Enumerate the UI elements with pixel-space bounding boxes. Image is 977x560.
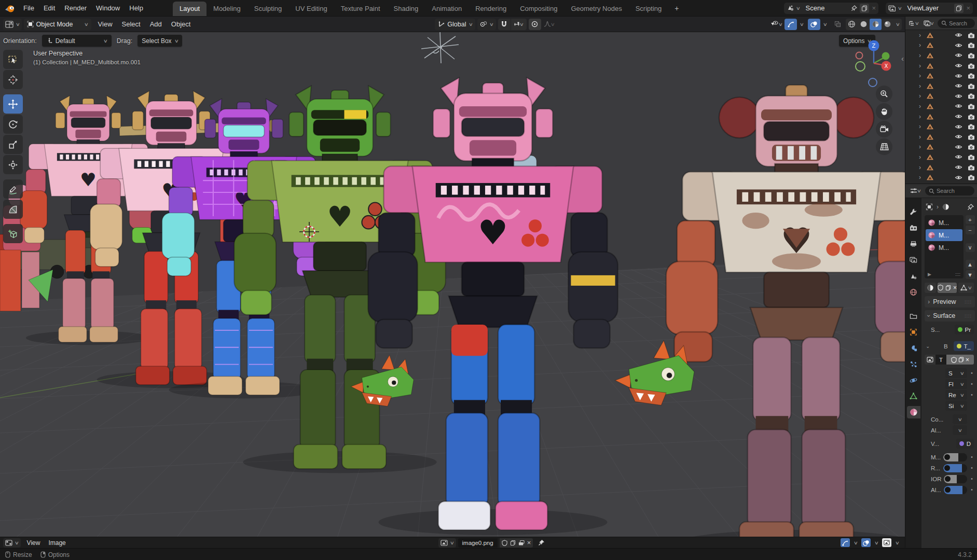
expand-icon[interactable]: › [919,62,924,69]
pin-image-icon[interactable] [538,539,545,546]
disable-render-icon[interactable] [968,103,975,109]
3d-viewport[interactable]: ♥♥♥♥♥♥ Orientation: Default ∨ Drag: Sele… [0,32,905,537]
tool-annotate-button[interactable] [3,179,23,199]
properties-search-input[interactable]: Search [925,186,974,195]
new-scene-icon[interactable] [860,4,869,13]
menu-help[interactable]: Help [125,3,148,13]
snap-toggle[interactable] [498,19,511,30]
option-dropdown-s[interactable]: S∨ [945,368,967,378]
image-overlays-dropdown[interactable]: ∨ [872,538,881,547]
hide-eye-icon[interactable] [955,43,962,48]
expand-icon[interactable]: › [919,164,924,171]
hide-eye-icon[interactable] [955,73,962,79]
hide-eye-icon[interactable] [955,63,962,68]
surface-shader-button[interactable]: Pr [955,325,974,334]
properties-tab-render[interactable] [907,221,920,234]
properties-editor-type-button[interactable]: ∨ [908,188,923,194]
preview-panel-header[interactable]: › Preview :::: [925,296,975,307]
option-dropdown-si[interactable]: Si∨ [945,401,967,411]
pin-icon[interactable] [851,5,857,11]
image-user-cluster[interactable]: × [946,355,974,365]
tool-move-button[interactable] [3,94,23,114]
disable-render-icon[interactable] [968,134,975,140]
properties-tab-physics[interactable] [907,374,920,386]
expand-icon[interactable]: › [919,113,924,120]
expand-icon[interactable]: › [919,72,924,79]
image-overlays-toggle[interactable] [861,538,871,547]
image-display-channels-button[interactable] [882,538,891,547]
outliner-row[interactable]: › [919,40,977,51]
disable-render-icon[interactable] [968,164,975,171]
material-slot-selected[interactable]: M... [926,229,962,241]
tab-uv-editing[interactable]: UV Editing [288,2,334,16]
material-slot[interactable]: M... [926,242,962,254]
hide-eye-icon[interactable] [955,154,962,160]
outliner-row[interactable]: › [919,50,977,61]
disable-render-icon[interactable] [968,114,975,120]
disable-render-icon[interactable] [968,123,975,130]
value-slider[interactable] [944,486,968,494]
pan-button[interactable] [876,103,892,120]
hide-eye-icon[interactable] [955,93,962,99]
snap-settings-dropdown[interactable]: ∨ [511,19,527,30]
expand-icon[interactable]: › [919,153,924,161]
overlays-toggle[interactable] [808,19,820,30]
value-slider[interactable] [943,464,967,472]
gizmos-toggle[interactable] [785,19,797,30]
move-slot-up-button[interactable]: ▲ [966,260,975,269]
expand-icon[interactable]: › [919,82,924,90]
disable-render-icon[interactable] [968,32,975,38]
tab-scripting[interactable]: Scripting [629,2,669,16]
show-object-types-dropdown[interactable]: ∨ [770,19,782,30]
outliner-row[interactable]: › [919,132,977,142]
menu-edit[interactable]: Edit [39,3,60,13]
outliner-search-input[interactable]: Search [938,19,975,28]
tool-measure-button[interactable] [3,200,23,219]
hide-eye-icon[interactable] [955,175,962,180]
disable-render-icon[interactable] [968,144,975,150]
properties-tab-output[interactable] [907,237,920,250]
properties-tab-particles[interactable] [907,358,920,370]
editor-type-button[interactable]: ∨ [3,19,22,30]
tool-add-cube-button[interactable] [3,224,23,243]
menu-window[interactable]: Window [91,3,125,13]
base-color-texture-button[interactable]: T_ [954,341,974,351]
tool-scale-button[interactable] [3,135,23,154]
dropdown-button[interactable]: ∨ [953,425,967,435]
menu-file[interactable]: File [19,3,39,13]
expand-icon[interactable]: › [919,133,924,141]
properties-tab-scene[interactable] [907,270,920,282]
value-slider[interactable] [944,475,967,483]
outliner-row[interactable]: › [919,172,977,183]
hide-eye-icon[interactable] [955,134,962,139]
image-menu-view[interactable]: View [23,538,45,548]
tab-sculpting[interactable]: Sculpting [247,2,288,16]
expand-icon[interactable]: › [919,143,924,150]
hide-eye-icon[interactable] [955,103,962,109]
unlink-scene-icon[interactable]: × [872,4,876,12]
xray-toggle[interactable] [831,19,844,30]
add-material-slot-button[interactable]: + [966,215,975,224]
hide-eye-icon[interactable] [955,32,962,38]
browse-material-button[interactable] [925,283,936,293]
outliner-row[interactable]: › [919,61,977,71]
image-name-field[interactable]: image0.png [458,538,498,548]
unlink-image-icon[interactable]: × [527,539,531,547]
image-browse-button[interactable]: ∨ [438,538,456,548]
image-name-value[interactable]: T [935,355,946,365]
hide-eye-icon[interactable] [955,164,962,170]
remove-view-layer-icon[interactable]: × [966,4,970,12]
camera-view-button[interactable] [876,121,892,137]
mode-selector[interactable]: Object Mode ∨ [24,19,91,30]
image-menu-image[interactable]: Image [44,538,70,548]
tool-cursor-button[interactable] [3,70,23,89]
value-slider[interactable] [943,453,967,461]
outliner-row[interactable]: › [919,111,977,122]
properties-tab-view-layer[interactable] [907,254,920,266]
overlays-dropdown[interactable]: ∨ [821,19,829,30]
proportional-editing-toggle[interactable] [529,19,541,30]
properties-tab-material[interactable] [907,406,920,418]
expand-icon[interactable]: › [919,103,924,110]
menu-render[interactable]: Render [60,3,91,13]
image-gizmos-toggle[interactable] [841,538,850,547]
